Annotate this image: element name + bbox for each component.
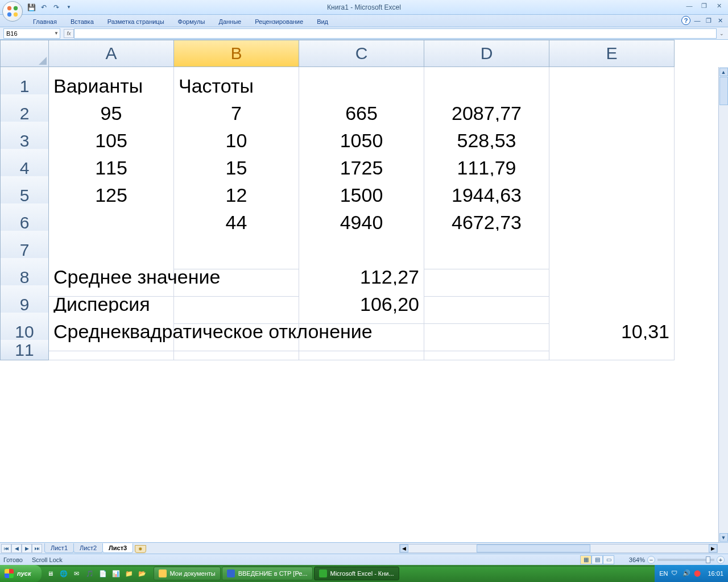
tab-view[interactable]: Вид <box>310 16 335 27</box>
column-header-C[interactable]: C <box>299 40 424 67</box>
quick-access-toolbar: 💾 ↶ ↷ ▼ <box>26 2 74 13</box>
vertical-scrollbar[interactable]: ▲ ▼ <box>718 67 728 542</box>
cell-E11[interactable] <box>549 340 675 360</box>
scroll-thumb[interactable] <box>719 77 728 105</box>
ribbon: Главная Вставка Разметка страницы Формул… <box>0 15 728 27</box>
help-icon[interactable]: ? <box>681 16 690 25</box>
worksheet-area: ABCDE1ВариантыЧастоты29576652087,7731051… <box>0 40 728 542</box>
task-label: Microsoft Excel - Кни... <box>330 570 394 577</box>
start-button[interactable]: пуск <box>0 565 42 582</box>
sheet-nav-prev-icon[interactable]: ◀ <box>11 544 22 553</box>
redo-icon[interactable]: ↷ <box>51 2 61 13</box>
tray-icon[interactable]: ⬤ <box>694 569 702 577</box>
formula-input[interactable] <box>74 28 717 39</box>
view-page-break-icon[interactable]: ▭ <box>603 555 614 564</box>
task-button-documents[interactable]: Мои документы <box>154 567 221 580</box>
zoom-out-button[interactable]: − <box>647 556 655 564</box>
view-normal-icon[interactable]: ▦ <box>580 555 592 564</box>
cell-A8[interactable]: Среднее значение <box>49 258 174 297</box>
view-page-layout-icon[interactable]: ▤ <box>592 555 603 564</box>
close-button[interactable]: ✕ <box>712 1 726 10</box>
zoom-slider[interactable] <box>657 559 714 561</box>
office-button[interactable] <box>2 1 23 22</box>
title-bar: 💾 ↶ ↷ ▼ Книга1 - Microsoft Excel — ❐ ✕ <box>0 0 728 15</box>
horizontal-scrollbar[interactable]: ◀ ▶ <box>399 544 718 553</box>
sheet-nav-first-icon[interactable]: ⏮ <box>1 544 11 553</box>
column-header-B[interactable]: B <box>174 40 299 67</box>
tab-data[interactable]: Данные <box>212 16 248 27</box>
start-label: пуск <box>17 570 31 577</box>
windows-logo-icon <box>5 569 14 578</box>
sheet-nav-next-icon[interactable]: ▶ <box>22 544 32 553</box>
tab-home[interactable]: Главная <box>26 16 64 27</box>
tab-page-layout[interactable]: Разметка страницы <box>101 16 171 27</box>
sheet-nav-last-icon[interactable]: ⏭ <box>32 544 42 553</box>
new-sheet-button[interactable]: ✸ <box>135 545 146 553</box>
scroll-right-icon[interactable]: ▶ <box>709 544 717 552</box>
select-all-corner[interactable] <box>0 40 49 67</box>
ql-icon[interactable]: 🎵 <box>84 567 96 580</box>
svg-point-1 <box>14 6 18 10</box>
minimize-button[interactable]: — <box>682 1 696 10</box>
undo-icon[interactable]: ↶ <box>39 2 49 13</box>
ql-icon[interactable]: 📁 <box>123 567 135 580</box>
tab-formulas[interactable]: Формулы <box>171 16 212 27</box>
cell-A10[interactable]: Среднеквадратическое отклонение <box>49 313 174 351</box>
cell-D10[interactable] <box>424 313 549 351</box>
task-button-word[interactable]: ВВЕДЕНИЕ в СТР [Ре... <box>222 567 313 580</box>
fx-button[interactable]: fx <box>64 29 74 38</box>
doc-restore-icon[interactable]: ❐ <box>704 16 713 25</box>
tab-insert[interactable]: Вставка <box>64 16 101 27</box>
doc-close-icon[interactable]: ✕ <box>715 16 725 25</box>
sheet-tab-1[interactable]: Лист1 <box>44 543 74 553</box>
row-header-11[interactable]: 11 <box>0 340 49 360</box>
task-label: Мои документы <box>170 570 216 577</box>
ql-icon[interactable]: 🖥 <box>45 567 56 580</box>
qat-dropdown-icon[interactable]: ▼ <box>64 2 74 13</box>
chevron-down-icon[interactable]: ▼ <box>54 31 59 36</box>
zoom-in-button[interactable]: + <box>717 556 725 564</box>
ql-icon[interactable]: 🌐 <box>58 567 69 580</box>
column-header-D[interactable]: D <box>424 40 549 67</box>
tray-icon[interactable]: 🛡 <box>671 569 679 577</box>
expand-formula-bar-icon[interactable]: ⌄ <box>718 30 726 38</box>
cell-D8[interactable] <box>424 258 549 297</box>
ql-icon[interactable]: ✉ <box>71 567 82 580</box>
hscroll-thumb[interactable] <box>477 544 590 552</box>
ql-icon[interactable]: 📄 <box>97 567 109 580</box>
column-header-E[interactable]: E <box>549 40 675 67</box>
windows-taskbar: пуск 🖥 🌐 ✉ 🎵 📄 📊 📁 📂 Мои документы ВВЕДЕ… <box>0 565 728 582</box>
formula-bar: B16 ▼ fx ⌄ <box>0 27 728 40</box>
clock[interactable]: 16:01 <box>708 570 723 577</box>
scroll-down-icon[interactable]: ▼ <box>719 533 728 542</box>
save-icon[interactable]: 💾 <box>26 2 36 13</box>
sheet-tab-bar: ⏮ ◀ ▶ ⏭ Лист1 Лист2 Лист3 ✸ ◀ ▶ <box>0 542 728 554</box>
svg-point-3 <box>14 13 18 16</box>
task-button-excel[interactable]: Microsoft Excel - Кни... <box>314 567 399 580</box>
quick-launch: 🖥 🌐 ✉ 🎵 📄 📊 📁 📂 <box>45 567 148 580</box>
tab-review[interactable]: Рецензирование <box>248 16 310 27</box>
scroll-up-icon[interactable]: ▲ <box>719 68 728 76</box>
name-box-value: B16 <box>6 30 18 37</box>
ql-icon[interactable]: 📂 <box>136 567 148 580</box>
status-scroll-lock: Scroll Lock <box>32 556 63 563</box>
lang-indicator[interactable]: EN <box>659 570 668 577</box>
zoom-slider-knob[interactable] <box>706 556 710 563</box>
system-tray: EN 🛡 🔊 ⬤ 16:01 <box>655 565 728 582</box>
sheet-tab-2[interactable]: Лист2 <box>73 543 103 553</box>
scroll-left-icon[interactable]: ◀ <box>400 544 408 552</box>
window-title: Книга1 - Microsoft Excel <box>327 3 401 11</box>
sheet-tab-3[interactable]: Лист3 <box>102 543 133 553</box>
task-label: ВВЕДЕНИЕ в СТР [Ре... <box>238 570 308 577</box>
ql-icon[interactable]: 📊 <box>110 567 122 580</box>
status-ready: Готово <box>3 556 23 563</box>
svg-point-0 <box>7 6 11 10</box>
name-box[interactable]: B16 ▼ <box>3 28 60 39</box>
tray-icon[interactable]: 🔊 <box>682 569 690 577</box>
restore-button[interactable]: ❐ <box>697 1 711 10</box>
svg-point-2 <box>7 13 11 16</box>
status-bar: Готово Scroll Lock ▦ ▤ ▭ 364% − + <box>0 554 728 565</box>
zoom-level[interactable]: 364% <box>629 556 645 563</box>
column-header-A[interactable]: A <box>49 40 174 67</box>
doc-minimize-icon[interactable]: — <box>693 16 702 25</box>
